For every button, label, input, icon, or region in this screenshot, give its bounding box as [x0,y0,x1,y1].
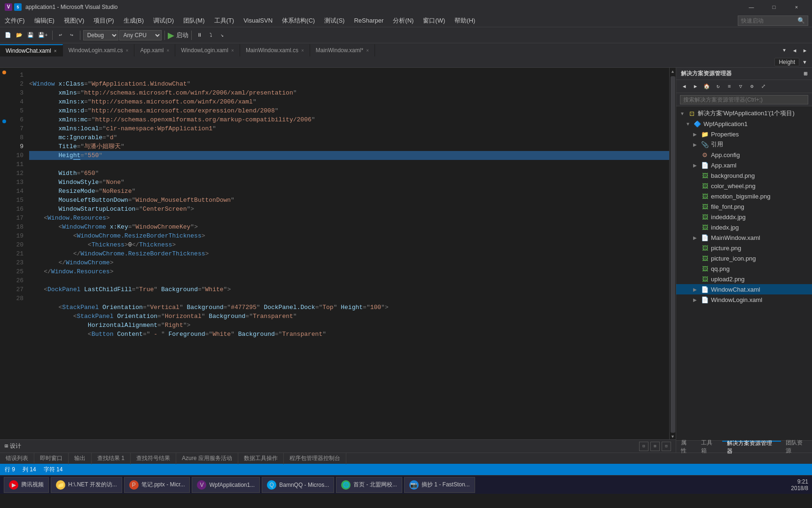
maximize-button[interactable]: □ [763,0,785,14]
tree-picture[interactable]: ▶ 🖼 picture.png [676,243,812,253]
taskbar-item-vs[interactable]: V WpfApplication1... [192,477,260,493]
output-tab-azure[interactable]: Azure 应用服务活动 [176,453,238,464]
sidebar-search[interactable] [676,93,812,106]
taskbar-item-tencent[interactable]: ▶ 腾讯视频 [4,477,49,493]
tab-app-xaml[interactable]: App.xaml × [134,44,175,56]
tree-color-wheel[interactable]: ▶ 🖼 color_wheel.png [676,181,812,191]
sidebar-search-input[interactable] [680,95,808,104]
tree-windowlogin-xaml[interactable]: ▶ 📄 WindowLogin.xaml [676,294,812,305]
sidebar-forward-btn[interactable]: ▶ [690,80,701,93]
taskbar-item-folder[interactable]: 📁 H:\.NET 开发的访... [51,477,122,493]
taskbar-item-bamnqq[interactable]: Q BamnQQ - Micros... [262,477,334,493]
tree-properties[interactable]: ▶ 📁 Properties [676,129,812,139]
rpanel-solution-explorer[interactable]: 解决方案资源管理器 [722,441,781,453]
sidebar-back-btn[interactable]: ◀ [679,80,689,93]
menu-build[interactable]: 生成(B) [119,14,148,27]
tree-references[interactable]: ▶ 📎 引用 [676,139,812,150]
rpanel-toolbox[interactable]: 工具箱 [696,441,722,453]
tab-windowchat-xaml[interactable]: WindowChat.xaml × [0,44,63,56]
scroll-thumb[interactable] [671,76,675,433]
tree-app-xaml[interactable]: ▶ 📄 App.xaml [676,160,812,170]
scroll-left-btn[interactable]: ◀ [789,44,800,56]
tree-file-font[interactable]: ▶ 🖼 file_font.png [676,201,812,212]
output-tab-output[interactable]: 输出 [69,453,92,464]
menu-search-box[interactable]: 🔍 [738,16,808,26]
debug-config-dropdown[interactable]: Debug Release [83,30,118,40]
save-btn[interactable]: 💾 [25,29,36,41]
menu-window[interactable]: 窗口(W) [418,14,450,27]
step-over-btn[interactable]: ⤵ [206,29,216,41]
sidebar-filter-btn[interactable]: ▽ [735,80,746,93]
code-editor[interactable]: <Window x:Class="WpfApplication1.WindowC… [27,68,669,439]
menu-analyze[interactable]: 分析(N) [388,14,418,27]
tree-picture-icon[interactable]: ▶ 🖼 picture_icon.png [676,253,812,263]
project-item[interactable]: ▼ 🔷 WpfApplication1 [676,119,812,129]
tree-mainwindow-xaml[interactable]: ▶ 📄 MainWindow.xaml [676,232,812,243]
output-tab-errors[interactable]: 错误列表 [0,453,34,464]
tree-app-config[interactable]: ▶ ⚙ App.config [676,150,812,160]
sidebar-settings-btn[interactable]: ⚙ [747,80,757,93]
tab-close-icon[interactable]: × [126,48,129,53]
pause-btn[interactable]: ⏸ [195,29,205,41]
taskbar-item-faststone[interactable]: 📷 摘抄 1 - FastSton... [404,477,475,493]
tab-close-icon[interactable]: × [54,48,57,54]
menu-visualsvn[interactable]: VisualSVN [239,14,277,27]
tab-close-icon[interactable]: × [231,48,234,53]
step-into-btn[interactable]: ↘ [217,29,227,41]
output-tab-findresults[interactable]: 查找结果 1 [92,453,131,464]
sidebar-home-btn[interactable]: 🏠 [702,80,712,93]
tab-windowlogin-xaml[interactable]: WindowLogin.xaml × [175,44,240,56]
tree-qq[interactable]: ▶ 🖼 qq.png [676,263,812,274]
tab-close-icon[interactable]: × [166,48,169,53]
menu-edit[interactable]: 编辑(E) [30,14,59,27]
tab-windowlogin-cs[interactable]: WindowLogin.xaml.cs × [63,44,135,56]
menu-tools[interactable]: 工具(T) [210,14,239,27]
menu-project[interactable]: 项目(P) [89,14,118,27]
menu-team[interactable]: 团队(M) [179,14,210,27]
sidebar-expand-btn[interactable]: ⤢ [758,80,768,93]
output-tab-nuget[interactable]: 程序包管理器控制台 [284,453,346,464]
tree-background-png[interactable]: ▶ 🖼 background.png [676,170,812,181]
menu-architecture[interactable]: 体系结构(C) [277,14,320,27]
tree-upload2[interactable]: ▶ 🖼 upload2.png [676,274,812,284]
code-scroll[interactable]: 1 2 3 4 5 6 7 8 9 10 11 12 13 14 15 16 1… [0,68,676,439]
tab-close-icon[interactable]: × [301,48,304,53]
tab-close-icon[interactable]: × [366,48,369,53]
new-project-btn[interactable]: 📄 [3,29,13,41]
design-tab[interactable]: ⊞ 设计 [5,442,21,450]
platform-dropdown[interactable]: Any CPU [119,30,162,40]
vertical-scrollbar[interactable]: ▲ ▼ [669,68,676,439]
close-button[interactable]: × [786,0,807,14]
tree-emotion-bigsmile[interactable]: ▶ 🖼 emotion_bigsmile.png [676,191,812,201]
tab-mainwindow-cs[interactable]: MainWindow.xaml.cs × [240,44,310,56]
layout-btn-2[interactable]: ⊞ [650,442,660,451]
solution-root-item[interactable]: ▼ ⊡ 解决方案'WpfApplication1'(1个项目) [676,108,812,119]
sidebar-properties-btn[interactable]: ≡ [724,80,734,93]
taskbar-item-browser[interactable]: 🌐 首页 - 北盟网校... [336,477,402,493]
tree-indedddx[interactable]: ▶ 🖼 indedddx.jpg [676,212,812,222]
scroll-right-btn[interactable]: ▶ [800,44,810,56]
start-debug-btn[interactable]: ▶ [168,30,174,40]
menu-resharper[interactable]: ReSharper [349,14,388,27]
layout-btn-1[interactable]: ⊟ [639,442,648,451]
layout-btn-3[interactable]: ⊡ [662,442,671,451]
tree-indedx[interactable]: ▶ 🖼 indedx.jpg [676,222,812,232]
rpanel-properties[interactable]: 属性 [676,441,696,453]
menu-view[interactable]: 视图(V) [59,14,89,27]
output-tab-findsymbol[interactable]: 查找符号结果 [131,453,176,464]
tree-windowchat-xaml[interactable]: ▶ 📄 WindowChat.xaml [676,284,812,294]
sidebar-refresh-btn[interactable]: ↻ [713,80,723,93]
scroll-up-arrow[interactable]: ▲ [671,70,674,74]
height-tag[interactable]: Height [774,58,799,66]
rpanel-team[interactable]: 团队资源 [781,441,812,453]
scroll-down-arrow[interactable]: ▼ [671,435,674,439]
menu-search-input[interactable] [741,17,797,24]
undo-btn[interactable]: ↩ [55,29,66,41]
open-file-btn[interactable]: 📂 [14,29,24,41]
menu-file[interactable]: 文件(F) [0,14,30,27]
save-all-btn[interactable]: 💾+ [37,29,49,41]
menu-help[interactable]: 帮助(H) [450,14,480,27]
menu-test[interactable]: 测试(S) [320,14,349,27]
breadcrumb-scroll-btn[interactable]: ▼ [802,59,807,65]
output-tab-immediate[interactable]: 即时窗口 [34,453,69,464]
